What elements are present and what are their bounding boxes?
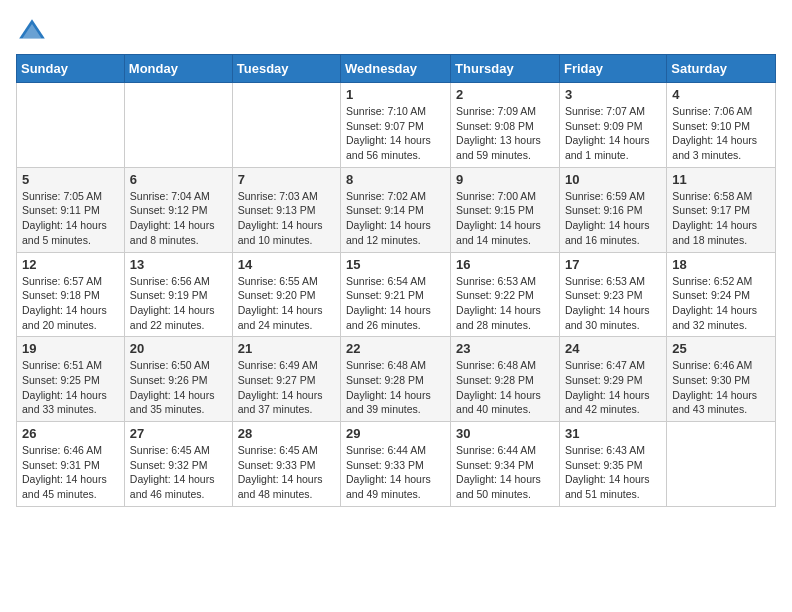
cell-content: Sunrise: 6:43 AMSunset: 9:35 PMDaylight:…	[565, 443, 661, 502]
calendar-cell: 13Sunrise: 6:56 AMSunset: 9:19 PMDayligh…	[124, 252, 232, 337]
cell-content: Sunrise: 6:47 AMSunset: 9:29 PMDaylight:…	[565, 358, 661, 417]
calendar-cell: 17Sunrise: 6:53 AMSunset: 9:23 PMDayligh…	[559, 252, 666, 337]
calendar-week-row: 12Sunrise: 6:57 AMSunset: 9:18 PMDayligh…	[17, 252, 776, 337]
calendar-cell: 23Sunrise: 6:48 AMSunset: 9:28 PMDayligh…	[451, 337, 560, 422]
day-number: 20	[130, 341, 227, 356]
cell-content: Sunrise: 6:48 AMSunset: 9:28 PMDaylight:…	[456, 358, 554, 417]
day-number: 23	[456, 341, 554, 356]
day-number: 15	[346, 257, 445, 272]
day-number: 3	[565, 87, 661, 102]
calendar-week-row: 26Sunrise: 6:46 AMSunset: 9:31 PMDayligh…	[17, 422, 776, 507]
cell-content: Sunrise: 6:57 AMSunset: 9:18 PMDaylight:…	[22, 274, 119, 333]
day-number: 14	[238, 257, 335, 272]
calendar-cell: 14Sunrise: 6:55 AMSunset: 9:20 PMDayligh…	[232, 252, 340, 337]
day-number: 18	[672, 257, 770, 272]
page-header	[16, 16, 776, 48]
cell-content: Sunrise: 6:59 AMSunset: 9:16 PMDaylight:…	[565, 189, 661, 248]
calendar-week-row: 1Sunrise: 7:10 AMSunset: 9:07 PMDaylight…	[17, 83, 776, 168]
day-number: 12	[22, 257, 119, 272]
calendar-cell	[124, 83, 232, 168]
weekday-header: Wednesday	[341, 55, 451, 83]
day-number: 8	[346, 172, 445, 187]
day-number: 7	[238, 172, 335, 187]
day-number: 9	[456, 172, 554, 187]
cell-content: Sunrise: 7:09 AMSunset: 9:08 PMDaylight:…	[456, 104, 554, 163]
calendar-cell: 1Sunrise: 7:10 AMSunset: 9:07 PMDaylight…	[341, 83, 451, 168]
calendar-cell: 30Sunrise: 6:44 AMSunset: 9:34 PMDayligh…	[451, 422, 560, 507]
cell-content: Sunrise: 7:04 AMSunset: 9:12 PMDaylight:…	[130, 189, 227, 248]
day-number: 5	[22, 172, 119, 187]
calendar-cell: 6Sunrise: 7:04 AMSunset: 9:12 PMDaylight…	[124, 167, 232, 252]
weekday-header: Tuesday	[232, 55, 340, 83]
cell-content: Sunrise: 6:45 AMSunset: 9:32 PMDaylight:…	[130, 443, 227, 502]
cell-content: Sunrise: 7:06 AMSunset: 9:10 PMDaylight:…	[672, 104, 770, 163]
calendar-cell: 15Sunrise: 6:54 AMSunset: 9:21 PMDayligh…	[341, 252, 451, 337]
calendar-cell: 10Sunrise: 6:59 AMSunset: 9:16 PMDayligh…	[559, 167, 666, 252]
weekday-header: Monday	[124, 55, 232, 83]
cell-content: Sunrise: 6:45 AMSunset: 9:33 PMDaylight:…	[238, 443, 335, 502]
calendar-table: SundayMondayTuesdayWednesdayThursdayFrid…	[16, 54, 776, 507]
calendar-cell	[232, 83, 340, 168]
cell-content: Sunrise: 7:07 AMSunset: 9:09 PMDaylight:…	[565, 104, 661, 163]
weekday-header-row: SundayMondayTuesdayWednesdayThursdayFrid…	[17, 55, 776, 83]
cell-content: Sunrise: 6:44 AMSunset: 9:33 PMDaylight:…	[346, 443, 445, 502]
calendar-cell: 4Sunrise: 7:06 AMSunset: 9:10 PMDaylight…	[667, 83, 776, 168]
day-number: 26	[22, 426, 119, 441]
cell-content: Sunrise: 6:52 AMSunset: 9:24 PMDaylight:…	[672, 274, 770, 333]
calendar-cell: 21Sunrise: 6:49 AMSunset: 9:27 PMDayligh…	[232, 337, 340, 422]
calendar-cell: 25Sunrise: 6:46 AMSunset: 9:30 PMDayligh…	[667, 337, 776, 422]
cell-content: Sunrise: 6:58 AMSunset: 9:17 PMDaylight:…	[672, 189, 770, 248]
cell-content: Sunrise: 6:55 AMSunset: 9:20 PMDaylight:…	[238, 274, 335, 333]
day-number: 11	[672, 172, 770, 187]
cell-content: Sunrise: 6:46 AMSunset: 9:30 PMDaylight:…	[672, 358, 770, 417]
calendar-cell: 29Sunrise: 6:44 AMSunset: 9:33 PMDayligh…	[341, 422, 451, 507]
calendar-week-row: 19Sunrise: 6:51 AMSunset: 9:25 PMDayligh…	[17, 337, 776, 422]
calendar-cell: 28Sunrise: 6:45 AMSunset: 9:33 PMDayligh…	[232, 422, 340, 507]
cell-content: Sunrise: 6:50 AMSunset: 9:26 PMDaylight:…	[130, 358, 227, 417]
day-number: 10	[565, 172, 661, 187]
calendar-cell: 31Sunrise: 6:43 AMSunset: 9:35 PMDayligh…	[559, 422, 666, 507]
day-number: 24	[565, 341, 661, 356]
calendar-cell: 27Sunrise: 6:45 AMSunset: 9:32 PMDayligh…	[124, 422, 232, 507]
calendar-cell: 3Sunrise: 7:07 AMSunset: 9:09 PMDaylight…	[559, 83, 666, 168]
day-number: 1	[346, 87, 445, 102]
day-number: 28	[238, 426, 335, 441]
day-number: 16	[456, 257, 554, 272]
day-number: 6	[130, 172, 227, 187]
cell-content: Sunrise: 7:10 AMSunset: 9:07 PMDaylight:…	[346, 104, 445, 163]
cell-content: Sunrise: 7:05 AMSunset: 9:11 PMDaylight:…	[22, 189, 119, 248]
cell-content: Sunrise: 7:00 AMSunset: 9:15 PMDaylight:…	[456, 189, 554, 248]
cell-content: Sunrise: 6:51 AMSunset: 9:25 PMDaylight:…	[22, 358, 119, 417]
day-number: 22	[346, 341, 445, 356]
calendar-cell	[667, 422, 776, 507]
day-number: 21	[238, 341, 335, 356]
day-number: 19	[22, 341, 119, 356]
cell-content: Sunrise: 6:56 AMSunset: 9:19 PMDaylight:…	[130, 274, 227, 333]
calendar-cell: 7Sunrise: 7:03 AMSunset: 9:13 PMDaylight…	[232, 167, 340, 252]
day-number: 29	[346, 426, 445, 441]
cell-content: Sunrise: 6:46 AMSunset: 9:31 PMDaylight:…	[22, 443, 119, 502]
day-number: 4	[672, 87, 770, 102]
cell-content: Sunrise: 7:02 AMSunset: 9:14 PMDaylight:…	[346, 189, 445, 248]
day-number: 2	[456, 87, 554, 102]
cell-content: Sunrise: 6:49 AMSunset: 9:27 PMDaylight:…	[238, 358, 335, 417]
cell-content: Sunrise: 6:48 AMSunset: 9:28 PMDaylight:…	[346, 358, 445, 417]
calendar-cell: 8Sunrise: 7:02 AMSunset: 9:14 PMDaylight…	[341, 167, 451, 252]
cell-content: Sunrise: 6:53 AMSunset: 9:22 PMDaylight:…	[456, 274, 554, 333]
calendar-cell: 9Sunrise: 7:00 AMSunset: 9:15 PMDaylight…	[451, 167, 560, 252]
calendar-cell: 2Sunrise: 7:09 AMSunset: 9:08 PMDaylight…	[451, 83, 560, 168]
calendar-cell: 12Sunrise: 6:57 AMSunset: 9:18 PMDayligh…	[17, 252, 125, 337]
calendar-cell: 16Sunrise: 6:53 AMSunset: 9:22 PMDayligh…	[451, 252, 560, 337]
calendar-cell: 18Sunrise: 6:52 AMSunset: 9:24 PMDayligh…	[667, 252, 776, 337]
logo-icon	[16, 16, 48, 48]
weekday-header: Saturday	[667, 55, 776, 83]
cell-content: Sunrise: 6:44 AMSunset: 9:34 PMDaylight:…	[456, 443, 554, 502]
day-number: 27	[130, 426, 227, 441]
calendar-cell: 11Sunrise: 6:58 AMSunset: 9:17 PMDayligh…	[667, 167, 776, 252]
calendar-week-row: 5Sunrise: 7:05 AMSunset: 9:11 PMDaylight…	[17, 167, 776, 252]
weekday-header: Thursday	[451, 55, 560, 83]
calendar-cell: 5Sunrise: 7:05 AMSunset: 9:11 PMDaylight…	[17, 167, 125, 252]
day-number: 30	[456, 426, 554, 441]
calendar-cell: 20Sunrise: 6:50 AMSunset: 9:26 PMDayligh…	[124, 337, 232, 422]
calendar-cell: 19Sunrise: 6:51 AMSunset: 9:25 PMDayligh…	[17, 337, 125, 422]
